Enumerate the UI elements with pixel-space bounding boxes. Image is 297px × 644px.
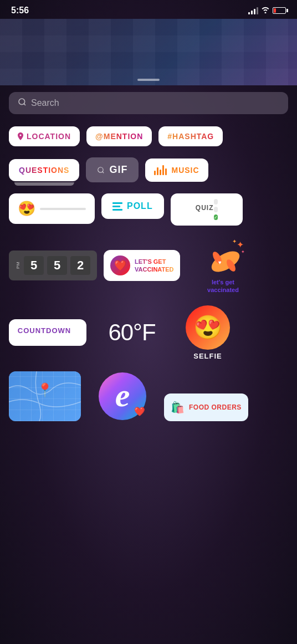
get-vaccinated-art-label: let's getvaccinated bbox=[207, 278, 239, 294]
svg-text:✦: ✦ bbox=[232, 238, 237, 244]
svg-text:♥: ♥ bbox=[219, 259, 222, 265]
sticker-location[interactable]: LOCATION bbox=[9, 126, 80, 146]
sticker-row-1: LOCATION @MENTION #HASHTAG bbox=[9, 126, 288, 146]
poll-label: POLL bbox=[127, 201, 153, 211]
poll-lines-icon bbox=[112, 202, 122, 211]
time-display: 5 5 2 bbox=[24, 256, 90, 275]
emoji-heart-eyes-icon: 😍 bbox=[18, 200, 35, 217]
sticker-vaccinated[interactable]: ❤️ LET'S GETVACCINATED bbox=[104, 250, 180, 281]
vaccinated-bandaid-art: ♥ ✦ ✦ ✦ bbox=[198, 237, 248, 278]
svg-point-2 bbox=[98, 167, 103, 172]
sticker-quiz[interactable]: QUIZ ✓ bbox=[171, 193, 243, 226]
vaccinated-label: LET'S GETVACCINATED bbox=[135, 258, 173, 274]
quiz-option-correct: ✓ bbox=[214, 214, 218, 220]
wifi-icon bbox=[261, 7, 270, 15]
sticker-cursive-e[interactable]: e ❤️ bbox=[81, 371, 164, 421]
sticker-hashtag[interactable]: #HASHTAG bbox=[158, 126, 223, 146]
search-bar[interactable]: Search bbox=[9, 92, 288, 114]
emoji-slider-track[interactable] bbox=[40, 208, 86, 210]
search-container: Search bbox=[0, 85, 297, 121]
gif-label: GIF bbox=[109, 164, 127, 176]
food-orders-label: FOOD ORDERS bbox=[189, 403, 242, 411]
signal-bars-icon bbox=[248, 7, 258, 14]
music-bars-icon bbox=[154, 165, 167, 175]
svg-point-4 bbox=[208, 247, 243, 276]
map-lines-art bbox=[9, 371, 81, 421]
mention-label: @MENTION bbox=[95, 132, 143, 141]
sticker-row-5: COUNTDOWN 60°F 😍 SELFIE bbox=[9, 305, 288, 360]
sticker-row-4: PM 5 5 2 ❤️ LET'S GETVACCINATED ♥ bbox=[9, 237, 288, 294]
sticker-countdown[interactable]: COUNTDOWN bbox=[9, 319, 86, 346]
sticker-grid: LOCATION @MENTION #HASHTAG QUESTIONS GIF bbox=[0, 121, 297, 366]
countdown-blocks bbox=[71, 325, 78, 340]
sticker-row-3: 😍 POLL QUIZ ✓ bbox=[9, 193, 288, 226]
sticker-temperature[interactable]: 60°F bbox=[93, 319, 171, 346]
sticker-poll[interactable]: POLL bbox=[101, 193, 164, 219]
sticker-map[interactable]: 📍 bbox=[9, 371, 81, 421]
sticker-row-2: QUESTIONS GIF MUSIC bbox=[9, 157, 288, 182]
time-digit-5a: 5 bbox=[24, 256, 44, 275]
status-icons bbox=[248, 7, 286, 15]
sticker-get-vaccinated-art[interactable]: ♥ ✦ ✦ ✦ let's getvaccinated bbox=[187, 237, 259, 294]
selfie-emoji-icon: 😍 bbox=[193, 314, 222, 341]
quiz-label: QUIZ bbox=[196, 204, 214, 212]
quiz-options: ✓ bbox=[214, 199, 218, 220]
location-pin-icon bbox=[18, 132, 23, 140]
vaccinated-heart-icon: ❤️ bbox=[110, 255, 130, 275]
sticker-questions[interactable]: QUESTIONS bbox=[9, 159, 79, 181]
quiz-option-1 bbox=[214, 199, 218, 205]
selfie-circle: 😍 bbox=[186, 305, 230, 350]
status-time: 5:56 bbox=[11, 6, 29, 16]
search-gif-icon bbox=[97, 166, 105, 174]
battery-fill bbox=[274, 8, 276, 13]
sticker-time[interactable]: PM 5 5 2 bbox=[9, 251, 97, 280]
search-placeholder: Search bbox=[31, 98, 59, 108]
heart-decoration-icon: ❤️ bbox=[134, 406, 145, 417]
sticker-emoji-slider[interactable]: 😍 bbox=[9, 193, 95, 224]
hashtag-label: #HASHTAG bbox=[167, 132, 214, 141]
svg-line-1 bbox=[24, 104, 25, 105]
search-icon bbox=[18, 98, 27, 109]
header-image bbox=[0, 19, 297, 85]
location-label: LOCATION bbox=[27, 132, 71, 141]
svg-text:✦: ✦ bbox=[237, 240, 244, 249]
questions-label: QUESTIONS bbox=[19, 166, 69, 175]
svg-text:e: e bbox=[115, 377, 130, 413]
time-ampm-label: PM bbox=[16, 262, 21, 269]
sticker-food-orders[interactable]: 🛍️ FOOD ORDERS bbox=[164, 393, 248, 421]
countdown-label: COUNTDOWN bbox=[18, 326, 71, 335]
selfie-label: SELFIE bbox=[193, 352, 222, 360]
sticker-gif[interactable]: GIF bbox=[86, 157, 139, 182]
check-icon: ✓ bbox=[214, 215, 218, 220]
time-digit-2: 2 bbox=[70, 256, 90, 275]
drag-handle[interactable] bbox=[137, 79, 160, 81]
temperature-label: 60°F bbox=[108, 319, 155, 346]
time-digit-5b: 5 bbox=[47, 256, 67, 275]
music-label: MUSIC bbox=[171, 166, 199, 175]
quiz-option-2 bbox=[214, 207, 218, 212]
battery-icon bbox=[273, 7, 286, 14]
heart-icon: ❤️ bbox=[114, 259, 126, 272]
bottom-row: 📍 e ❤️ bbox=[0, 371, 297, 421]
status-bar: 5:56 bbox=[0, 0, 297, 19]
sticker-music[interactable]: MUSIC bbox=[145, 159, 208, 182]
svg-point-0 bbox=[19, 99, 25, 105]
sticker-mention[interactable]: @MENTION bbox=[86, 126, 152, 146]
sticker-selfie[interactable]: 😍 SELFIE bbox=[177, 305, 238, 360]
food-bag-icon: 🛍️ bbox=[171, 401, 185, 414]
svg-line-3 bbox=[103, 171, 104, 173]
svg-text:✦: ✦ bbox=[241, 249, 245, 254]
